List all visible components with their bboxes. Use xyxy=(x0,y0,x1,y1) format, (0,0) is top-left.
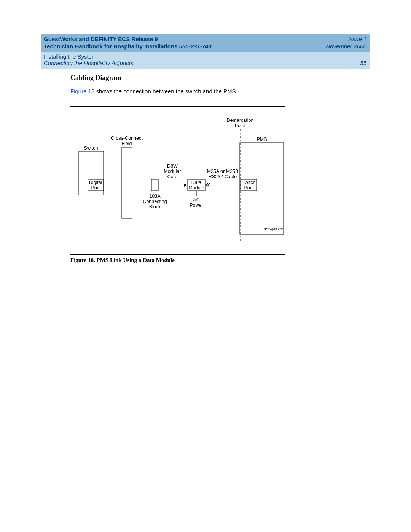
label-ac-2: Power xyxy=(190,203,203,208)
svg-rect-5 xyxy=(151,179,158,191)
label-switch: Switch xyxy=(84,145,98,151)
svg-rect-3 xyxy=(122,147,132,218)
page-number: 55 xyxy=(360,60,366,66)
figure-caption: Figure 18. PMS Link Using a Data Module xyxy=(70,257,370,264)
doc-number: 555-231-743 xyxy=(179,43,212,50)
label-block-2: Connecting xyxy=(143,199,167,204)
label-demarc-1: Demarcation xyxy=(227,118,254,123)
label-xconnect-1: Cross-Connect xyxy=(111,136,143,141)
chapter: Installing the System xyxy=(44,53,133,60)
label-pms: PMS xyxy=(256,137,267,142)
label-demarc-2: Point xyxy=(235,123,246,128)
label-d8w-1: D8W xyxy=(167,163,178,169)
label-dm-1: Data xyxy=(191,180,201,185)
label-cable-2: RS232 Cable xyxy=(209,174,237,179)
label-cable-1: M25A or M25B xyxy=(207,169,239,174)
doc-title-2: Technician Handbook for Hospitality Inst… xyxy=(44,43,212,50)
section-heading: Cabling Diagram xyxy=(70,74,370,82)
date: November 2000 xyxy=(326,43,366,50)
label-d8w-2: Modular xyxy=(164,169,181,174)
label-block-3: Block xyxy=(149,204,161,209)
figure-link[interactable]: Figure 18 xyxy=(70,88,94,94)
doc-header: GuestWorks and DEFINITY ECS Release 9 Te… xyxy=(41,34,370,69)
header-dark-band: GuestWorks and DEFINITY ECS Release 9 Te… xyxy=(41,34,370,52)
label-digital-2: Port xyxy=(91,185,100,190)
section: Connecting the Hospitality Adjuncts xyxy=(44,60,133,66)
content: Cabling Diagram Figure 18 shows the conn… xyxy=(70,74,370,264)
figure-rule-bottom xyxy=(70,254,285,255)
label-dm-2: Module xyxy=(189,185,204,190)
body-text-after: shows the connection between the switch … xyxy=(94,88,237,94)
figure-source-tag: dcp2gen.cdr xyxy=(264,227,283,231)
body-paragraph: Figure 18 shows the connection between t… xyxy=(70,88,370,95)
doc-title-1: GuestWorks and DEFINITY ECS Release 9 xyxy=(44,36,212,43)
label-swport-2: Port xyxy=(244,185,253,190)
label-swport-1: Switch xyxy=(242,180,256,185)
label-ac-1: AC xyxy=(193,197,199,203)
figure-svg: Switch Digital Port Cross-Connect Field … xyxy=(70,116,285,248)
label-xconnect-2: Field xyxy=(121,141,132,146)
label-block-1: 103A xyxy=(149,193,161,199)
issue: Issue 1 xyxy=(326,36,366,43)
label-d8w-3: Cord xyxy=(167,174,177,179)
header-light-band: Installing the System Connecting the Hos… xyxy=(41,52,370,69)
figure-rule-top xyxy=(70,106,285,107)
figure-area: Switch Digital Port Cross-Connect Field … xyxy=(70,106,370,264)
label-digital-1: Digital xyxy=(89,180,102,185)
